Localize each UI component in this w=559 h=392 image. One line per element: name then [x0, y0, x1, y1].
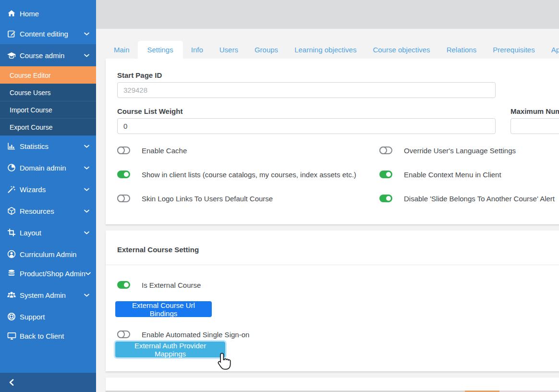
tab-users[interactable]: Users — [211, 41, 246, 59]
users-icon — [6, 291, 17, 299]
start-page-id-label: Start Page ID — [117, 71, 162, 79]
is-external-course-label: Is External Course — [142, 281, 201, 289]
sidebar-item-export-course[interactable]: Export Course — [0, 118, 96, 135]
chevron-down-icon — [84, 231, 89, 234]
maximum-number-input[interactable] — [510, 118, 559, 134]
sidebar-item-label: Layout — [20, 229, 84, 237]
tab-groups[interactable]: Groups — [246, 41, 286, 59]
course-list-weight-input[interactable] — [117, 118, 496, 134]
override-language-label: Override User's Language Settings — [404, 147, 516, 155]
switch-row: Is External Course — [106, 279, 559, 291]
sidebar-item-import-course[interactable]: Import Course — [0, 101, 96, 118]
user-circle-icon — [6, 250, 17, 258]
external-auth-provider-mappings-button[interactable]: External Auth Provider Mappings — [115, 342, 225, 357]
sidebar-item-course-users[interactable]: Course Users — [0, 84, 96, 101]
sidebar-item-course-admin[interactable]: Course admin — [0, 44, 96, 66]
chevron-down-icon — [84, 188, 89, 191]
sidebar-item-label: Import Course — [10, 106, 52, 114]
toggle-knob — [117, 195, 125, 202]
toggle-knob — [117, 147, 125, 154]
sidebar-item-label: Product/Shop Admin — [20, 270, 85, 278]
external-course-url-bindings-button[interactable]: External Course Url Bindings — [115, 301, 212, 317]
sidebar-item-wizards[interactable]: Wizards — [0, 179, 96, 200]
top-gray-band — [96, 0, 559, 29]
tab-prerequisites[interactable]: Prerequisites — [485, 41, 543, 59]
life-ring-icon — [6, 312, 17, 321]
tab-learning-objectives[interactable]: Learning objectives — [286, 41, 365, 59]
tab-info[interactable]: Info — [183, 41, 211, 59]
bar-chart-icon — [6, 142, 17, 150]
tab-apply-settings[interactable]: Apply Settings — [543, 41, 559, 59]
enable-cache-toggle[interactable] — [117, 147, 130, 154]
maximum-number-label: Maximum Numb — [510, 107, 559, 115]
sidebar-item-label: Export Course — [10, 123, 52, 131]
chevron-down-icon — [84, 209, 89, 213]
enable-automated-sso-toggle[interactable] — [117, 331, 130, 338]
show-in-client-lists-label: Show in client lists (course catalogs, m… — [142, 171, 356, 179]
toggle-knob — [124, 172, 129, 177]
sidebar-item-resources[interactable]: Resources — [0, 200, 96, 221]
sidebar-item-label: Course Users — [10, 89, 51, 97]
chevron-down-icon — [84, 166, 89, 170]
course-editor-tabbar: Main Settings Info Users Groups Learning… — [106, 41, 559, 59]
chevron-down-icon — [84, 294, 89, 297]
graduation-cap-icon — [6, 51, 17, 60]
sidebar-item-product-shop-admin[interactable]: Product/Shop Admin — [0, 263, 96, 284]
section-divider — [106, 265, 559, 265]
disable-slide-alert-toggle[interactable] — [379, 195, 392, 202]
sidebar-item-support[interactable]: Support — [0, 306, 96, 327]
sidebar-item-label: Curriculum Admin — [20, 250, 96, 258]
disable-slide-alert-label: Disable 'Slide Belongs To Another Course… — [404, 195, 555, 203]
switch-row: Skin Logo Links To Users Default Course … — [106, 192, 559, 205]
sidebar-item-back-to-client[interactable]: Back to Client — [0, 325, 96, 346]
skin-logo-links-label: Skin Logo Links To Users Default Course — [142, 195, 273, 203]
sidebar-item-label: Wizards — [20, 185, 84, 194]
show-in-client-lists-toggle[interactable] — [117, 171, 130, 178]
enable-automated-sso-label: Enable Automated Single Sign-on — [142, 331, 249, 339]
sidebar-item-label: Course Editor — [10, 72, 51, 79]
sidebar-item-label: Resources — [20, 207, 84, 215]
globe-icon — [6, 163, 17, 172]
cube-icon — [6, 207, 17, 215]
tab-course-objectives[interactable]: Course objectives — [365, 41, 438, 59]
sidebar-item-label: Course admin — [20, 51, 84, 60]
sidebar-item-curriculum-admin[interactable]: Curriculum Admin — [0, 244, 96, 265]
course-list-weight-label: Course List Weight — [117, 107, 182, 115]
start-page-id-input[interactable] — [117, 82, 496, 98]
enable-context-menu-toggle[interactable] — [379, 171, 392, 178]
switch-row: Show in client lists (course catalogs, m… — [106, 168, 559, 181]
sidebar-item-layout[interactable]: Layout — [0, 222, 96, 243]
sidebar-item-label: Domain admin — [20, 164, 84, 172]
is-external-course-toggle[interactable] — [117, 281, 130, 289]
sidebar-item-domain-admin[interactable]: Domain admin — [0, 157, 96, 178]
sidebar-item-course-editor[interactable]: Course Editor — [0, 66, 96, 84]
switch-row: Enable Automated Single Sign-on — [106, 328, 559, 341]
skin-logo-links-toggle[interactable] — [117, 195, 130, 202]
override-language-toggle[interactable] — [379, 147, 392, 154]
sidebar-collapse-bar[interactable] — [0, 373, 96, 392]
tab-main[interactable]: Main — [106, 41, 138, 59]
external-course-setting-card: External Course Setting Is External Cour… — [106, 231, 559, 371]
sidebar-item-label: Statistics — [20, 142, 84, 150]
home-icon — [6, 9, 17, 18]
desktop-icon — [6, 331, 17, 340]
toggle-knob — [386, 196, 391, 201]
sidebar-item-home[interactable]: Home — [0, 4, 96, 23]
edit-icon — [6, 29, 17, 38]
toggle-knob — [124, 282, 129, 287]
tab-relations[interactable]: Relations — [438, 41, 485, 59]
database-icon — [6, 269, 17, 278]
tab-settings[interactable]: Settings — [138, 41, 183, 59]
chevron-left-icon — [9, 379, 14, 386]
sidebar-item-statistics[interactable]: Statistics — [0, 135, 96, 157]
sidebar-item-label: Home — [20, 10, 96, 18]
sidebar-item-label: Back to Client — [20, 332, 96, 340]
toggle-knob — [379, 147, 387, 154]
sidebar-item-content-editing[interactable]: Content editing — [0, 23, 96, 44]
settings-form-card: Start Page ID Course List Weight Maximum… — [106, 59, 559, 224]
chevron-down-icon — [85, 272, 91, 275]
sidebar-item-label: Content editing — [20, 30, 84, 38]
crop-icon — [6, 228, 17, 237]
chevron-down-icon — [84, 145, 89, 148]
sidebar-item-system-admin[interactable]: System Admin — [0, 284, 96, 306]
